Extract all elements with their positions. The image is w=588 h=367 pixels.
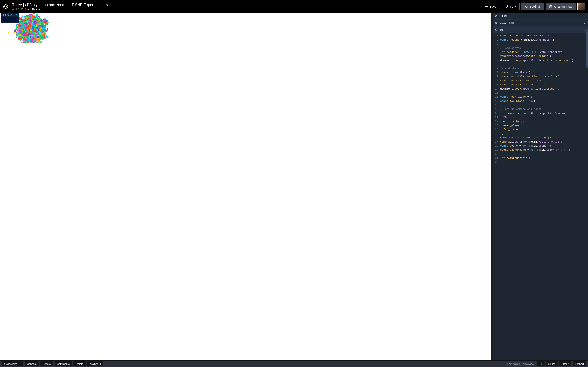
topbar: Three.js D3 style pan and zoom on T-SNE … bbox=[0, 0, 588, 13]
code-line[interactable]: 7document.body.appendChild(renderer.domE… bbox=[493, 58, 588, 62]
codepen-logo-icon[interactable] bbox=[3, 4, 9, 9]
pen-byline: A PEN BY Grant Custer bbox=[12, 8, 479, 10]
avatar[interactable] bbox=[577, 3, 585, 10]
embed-button[interactable]: Embed bbox=[573, 361, 586, 366]
svg-point-5 bbox=[507, 7, 507, 8]
fps-graph bbox=[1, 17, 16, 22]
code-line[interactable]: 8 bbox=[493, 62, 588, 67]
external-icon bbox=[539, 363, 542, 365]
code-line[interactable]: 14document.body.appendChild(stats.dom); bbox=[493, 87, 588, 91]
keyboard-button[interactable]: Keyboard bbox=[87, 361, 103, 366]
assets-button[interactable]: Assets bbox=[40, 361, 53, 366]
code-line[interactable]: 11stats.dom.style.position = 'absolute'; bbox=[493, 75, 588, 79]
editor-column: ⚙ HTML ⌄ ⚙ CSS (Sass) ⌄ ⚙ JS ⌄ 1const wi… bbox=[493, 13, 588, 360]
code-line[interactable]: 13stats.dom.style.right = '0px' bbox=[493, 83, 588, 87]
gear-icon[interactable]: ⚙ bbox=[495, 21, 497, 25]
code-line[interactable]: 28const scene = new THREE.Scene(); bbox=[493, 144, 588, 148]
editor-scrollbar[interactable] bbox=[586, 29, 588, 68]
code-line[interactable]: 31let pointsMaterial; bbox=[493, 156, 588, 160]
code-line[interactable]: 15 bbox=[493, 91, 588, 95]
gear-icon[interactable]: ⚙ bbox=[495, 15, 497, 18]
code-line[interactable]: 20let camera = new THREE.PerspectiveCame… bbox=[493, 111, 588, 115]
gear-icon[interactable]: ⚙ bbox=[495, 28, 497, 31]
svg-rect-6 bbox=[550, 5, 552, 8]
code-line[interactable]: 9// Add stats box bbox=[493, 67, 588, 71]
code-line[interactable]: 5let renderer = new THREE.WebGLRenderer(… bbox=[493, 50, 588, 54]
code-line[interactable]: 4// Add canvas bbox=[493, 46, 588, 50]
chevron-down-icon[interactable]: ⌄ bbox=[584, 21, 586, 24]
collections-button[interactable]: Collections bbox=[2, 361, 23, 366]
save-button[interactable]: Save bbox=[481, 3, 500, 10]
code-line[interactable]: 19// Set up camera and scene bbox=[493, 107, 588, 111]
code-line[interactable]: 29scene.background = new THREE.Color(0xf… bbox=[493, 148, 588, 152]
code-line[interactable]: 17const far_plane = 100; bbox=[493, 99, 588, 103]
chevron-down-icon[interactable]: ⌄ bbox=[584, 15, 586, 17]
footer: Collections Console Assets Comments Dele… bbox=[0, 360, 588, 367]
edit-title-icon[interactable]: ✎ bbox=[106, 3, 109, 7]
chevron-down-icon[interactable]: ⌄ bbox=[584, 28, 586, 31]
code-line[interactable]: 12stats.dom.style.top = '0px'; bbox=[493, 79, 588, 83]
cloud-icon bbox=[485, 5, 488, 8]
fork-button[interactable]: Fork bbox=[502, 3, 520, 10]
author-link[interactable]: Grant Custer bbox=[25, 8, 40, 10]
settings-button[interactable]: Settings bbox=[521, 3, 544, 10]
svg-point-4 bbox=[507, 5, 508, 6]
code-line[interactable]: 21 20, bbox=[493, 115, 588, 119]
code-line[interactable]: 30 bbox=[493, 152, 588, 156]
delete-button[interactable]: Delete bbox=[73, 361, 86, 366]
pen-meta: Three.js D3 style pan and zoom on T-SNE … bbox=[11, 3, 479, 10]
code-line[interactable]: 24 far_plane bbox=[493, 128, 588, 132]
main: 59 FPS (55-59) ⚙ HTML ⌄ ⚙ CSS (Sass) ⌄ ⚙… bbox=[0, 13, 588, 360]
code-line[interactable]: 3 bbox=[493, 42, 588, 46]
css-panel-header[interactable]: ⚙ CSS (Sass) ⌄ bbox=[493, 20, 588, 26]
code-line[interactable]: 32 bbox=[493, 160, 588, 164]
layout-icon bbox=[549, 5, 553, 8]
fps-meter: 59 FPS (55-59) bbox=[1, 13, 19, 23]
code-line[interactable]: 22 width / height, bbox=[493, 119, 588, 124]
comments-button[interactable]: Comments bbox=[54, 361, 72, 366]
js-panel-header[interactable]: ⚙ JS ⌄ bbox=[493, 26, 588, 33]
gear-icon bbox=[525, 5, 528, 8]
code-line[interactable]: 26camera.position.set(0, 0, far_plane); bbox=[493, 136, 588, 140]
export-button[interactable]: Export bbox=[559, 361, 571, 366]
pen-title[interactable]: Three.js D3 style pan and zoom on T-SNE … bbox=[12, 3, 104, 7]
code-line[interactable]: 16const near_plane = 2; bbox=[493, 95, 588, 99]
change-view-button[interactable]: Change View bbox=[546, 3, 576, 10]
js-code-editor[interactable]: 1const width = window.innerWidth;2const … bbox=[493, 33, 588, 360]
html-panel-header[interactable]: ⚙ HTML ⌄ bbox=[493, 13, 588, 20]
open-new-window-button[interactable] bbox=[537, 361, 545, 366]
share-button[interactable]: Share bbox=[546, 361, 558, 366]
last-saved: Last saved 2 days ago bbox=[507, 362, 534, 365]
top-actions: Save Fork Settings Change View bbox=[481, 3, 585, 10]
code-line[interactable]: 25); bbox=[493, 132, 588, 136]
fork-icon bbox=[505, 5, 508, 8]
svg-point-3 bbox=[506, 5, 506, 6]
preview-pane[interactable]: 59 FPS (55-59) bbox=[0, 13, 492, 360]
code-line[interactable]: 6renderer.setSize(width, height); bbox=[493, 54, 588, 58]
code-line[interactable]: 18 bbox=[493, 103, 588, 107]
code-line[interactable]: 2const height = window.innerHeight; bbox=[493, 38, 588, 42]
code-line[interactable]: 10stats = new Stats(); bbox=[493, 71, 588, 75]
code-line[interactable]: 23 near_plane, bbox=[493, 124, 588, 128]
code-line[interactable]: 27camera.lookAt(new THREE.Vector3(0,0,0)… bbox=[493, 140, 588, 144]
console-button[interactable]: Console bbox=[25, 361, 39, 366]
code-line[interactable]: 1const width = window.innerWidth; bbox=[493, 34, 588, 38]
